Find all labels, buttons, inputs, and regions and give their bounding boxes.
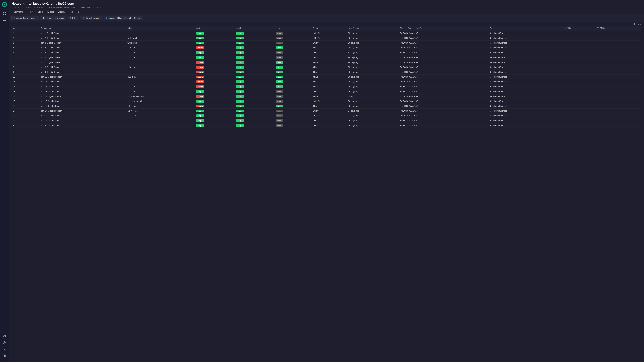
sidebar-item-info[interactable]: i bbox=[2, 340, 7, 345]
table-row[interactable]: 12 port 12: Gigabit Copper 1.01 blau dow… bbox=[12, 84, 641, 89]
table-row[interactable]: 7 port 7: Gigabit Copper down up free 0 … bbox=[12, 60, 641, 65]
cell-alias bbox=[126, 70, 195, 75]
cell-used: used bbox=[274, 109, 312, 113]
cell-type: 6 - ethernetCsmacd bbox=[488, 50, 563, 55]
table-row[interactable]: 15 port 15: Gigabit Copper Uplink sw-ks-… bbox=[12, 99, 641, 104]
filter-icon: ⊜ bbox=[70, 17, 72, 19]
schedule-downtimes-button[interactable]: 🔔 Schedule downtimes bbox=[40, 16, 66, 20]
cell-description: port 11: Gigabit Copper bbox=[40, 79, 126, 84]
cell-used: used bbox=[274, 31, 312, 36]
table-row[interactable]: 13 port 13: Gigabit Copper 2.17 blau up … bbox=[12, 89, 641, 94]
cell-vlans bbox=[563, 113, 596, 118]
cell-status: down bbox=[195, 70, 235, 75]
cell-alias: fw-ks-igb0 bbox=[126, 36, 195, 40]
table-row[interactable]: 9 port 9: Gigabit Copper down up free 0 … bbox=[12, 70, 641, 75]
table-body: 1 port 1: Gigabit Copper up up used 1 Gb… bbox=[12, 31, 641, 128]
menu-commands[interactable]: Commands bbox=[12, 9, 26, 14]
services-of-host-button[interactable]: ℹ Services of Host sw1.lan.tribe29.com bbox=[104, 16, 142, 20]
cell-speed: 1 Gbit/s bbox=[311, 31, 347, 36]
cell-description: port 12: Gigabit Copper bbox=[40, 84, 126, 89]
cell-description: port 19: Gigabit Copper bbox=[40, 118, 126, 123]
cell-last-change: 87 days ago bbox=[347, 113, 398, 118]
cell-used: used bbox=[274, 40, 312, 45]
col-used: Used bbox=[274, 26, 312, 31]
cell-vlan-type bbox=[596, 50, 641, 55]
sidebar-item-user[interactable] bbox=[2, 347, 7, 352]
table-row[interactable]: 2 port 2: Gigabit Copper fw-ks-igb0 up u… bbox=[12, 36, 641, 40]
menu-display[interactable]: Display bbox=[56, 9, 67, 14]
sidebar-item-collapse[interactable] bbox=[2, 353, 7, 359]
sidebar-item-dashboard[interactable] bbox=[2, 11, 7, 16]
menu-add-to[interactable]: Add to bbox=[35, 9, 46, 14]
cell-vlan-type bbox=[596, 123, 641, 128]
table-row[interactable]: 17 port 17: Gigabit Copper Uplink-Rack u… bbox=[12, 109, 641, 113]
cell-last-change: 96 days ago bbox=[347, 104, 398, 109]
cell-index: 2 bbox=[12, 36, 40, 40]
cell-type: 6 - ethernetCsmacd bbox=[488, 109, 563, 113]
cell-index: 19 bbox=[12, 118, 40, 123]
table-row[interactable]: 20 port 20: Gigabit Copper up up used 1 … bbox=[12, 123, 641, 128]
warning-icon: ⚠ bbox=[13, 17, 16, 19]
cell-index: 14 bbox=[12, 94, 40, 99]
svg-point-15 bbox=[4, 348, 5, 350]
cell-index: 4 bbox=[12, 45, 40, 50]
table-row[interactable]: 1 port 1: Gigabit Copper up up used 1 Gb… bbox=[12, 31, 641, 36]
cell-vlans bbox=[563, 55, 596, 60]
menu-export[interactable]: Export bbox=[46, 9, 56, 14]
menu-host[interactable]: Host bbox=[26, 9, 35, 14]
cell-admin: up bbox=[235, 40, 274, 45]
cell-index: 6 bbox=[12, 55, 40, 60]
cell-alias: 1.24 blau bbox=[126, 104, 195, 109]
sidebar-item-views[interactable] bbox=[2, 17, 7, 23]
cell-admin: up bbox=[235, 70, 274, 75]
toolbar: ⚠ Acknowledge problems 🔔 Schedule downti… bbox=[9, 14, 644, 22]
table-row[interactable]: 5 port 5: Gigabit Copper 1.11 blau up up… bbox=[12, 50, 641, 55]
table-row[interactable]: 10 port 10: Gigabit Copper 2.11 blau dow… bbox=[12, 75, 641, 79]
menu-help[interactable]: Help bbox=[67, 9, 76, 14]
svg-point-2 bbox=[4, 3, 5, 5]
cell-speed: 1 Gbit/s bbox=[311, 40, 347, 45]
table-row[interactable]: 16 port 16: Gigabit Copper 1.24 blau dow… bbox=[12, 104, 641, 109]
table-row[interactable]: 4 port 4: Gigabit Copper 1.10 blau down … bbox=[12, 45, 641, 50]
cell-mac: F4:EC:38:AA:AA:AA bbox=[399, 60, 488, 65]
table-row[interactable]: 14 port 14: Gigabit Copper Frankiermasch… bbox=[12, 94, 641, 99]
cell-description: port 17: Gigabit Copper bbox=[40, 109, 126, 113]
cell-index: 9 bbox=[12, 70, 40, 75]
cell-vlans bbox=[563, 104, 596, 109]
table-row[interactable]: 11 port 11: Gigabit Copper down up free … bbox=[12, 79, 641, 84]
menu-collapse-button[interactable] bbox=[76, 9, 81, 14]
acknowledge-button[interactable]: ⚠ Acknowledge problems bbox=[12, 16, 39, 20]
cell-used: free bbox=[274, 84, 312, 89]
svg-point-18 bbox=[78, 11, 79, 11]
cell-speed: 0 bit/s bbox=[311, 65, 347, 70]
sidebar-item-settings[interactable] bbox=[2, 333, 7, 339]
app-logo[interactable] bbox=[1, 1, 8, 7]
filter-button[interactable]: ⊜ Filter bbox=[68, 16, 79, 20]
table-row[interactable]: 18 port 18: Gigabit Copper Uplink-Rack u… bbox=[12, 113, 641, 118]
cell-vlans bbox=[563, 118, 596, 123]
cell-speed: 1 Gbit/s bbox=[311, 118, 347, 123]
cell-vlan-type bbox=[596, 40, 641, 45]
table-row[interactable]: 19 port 19: Gigabit Copper up up used 1 … bbox=[12, 118, 641, 123]
cell-vlans bbox=[563, 89, 596, 94]
cell-used: free bbox=[274, 79, 312, 84]
cell-vlan-type bbox=[596, 99, 641, 104]
cell-index: 1 bbox=[12, 31, 40, 36]
show-checkboxes-button[interactable]: ☐ Show checkboxes bbox=[80, 16, 103, 20]
main-content: Network interfaces sw1.lan.tribe29.com M… bbox=[9, 0, 644, 362]
cell-alias bbox=[126, 123, 195, 128]
table-row[interactable]: 8 port 8: Gigabit Copper 2.10 blau down … bbox=[12, 65, 641, 70]
cell-vlan-type bbox=[596, 75, 641, 79]
table-row[interactable]: 6 port 6: Gigabit Copper 2.05 blau up up… bbox=[12, 55, 641, 60]
cell-vlan-type bbox=[596, 113, 641, 118]
cell-type: 6 - ethernetCsmacd bbox=[488, 60, 563, 65]
cell-alias: Uplink-Rack bbox=[126, 113, 195, 118]
cell-admin: up bbox=[235, 123, 274, 128]
table-row[interactable]: 3 port 3: Gigabit Copper fw-ks-igb3 up u… bbox=[12, 40, 641, 45]
cell-type: 6 - ethernetCsmacd bbox=[488, 123, 563, 128]
cell-type: 6 - ethernetCsmacd bbox=[488, 31, 563, 36]
cell-index: 3 bbox=[12, 40, 40, 45]
cell-mac: F4:EC:38:AA:AA:AA bbox=[399, 79, 488, 84]
svg-point-19 bbox=[78, 12, 79, 12]
cell-description: port 13: Gigabit Copper bbox=[40, 89, 126, 94]
